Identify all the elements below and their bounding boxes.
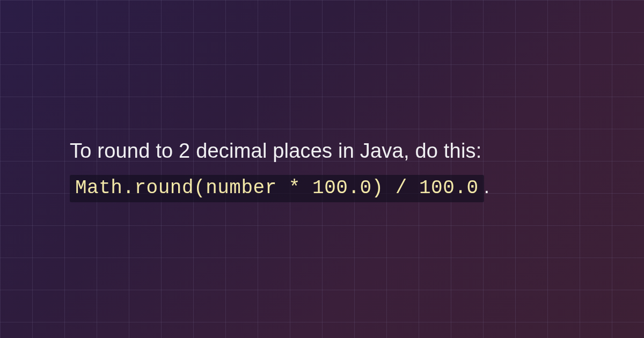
code-snippet: Math.round(number * 100.0) / 100.0: [70, 175, 484, 202]
trailing-period: .: [484, 175, 490, 197]
intro-text: To round to 2 decimal places in Java, do…: [70, 139, 482, 162]
explanation-text: To round to 2 decimal places in Java, do…: [70, 133, 574, 205]
content-container: To round to 2 decimal places in Java, do…: [0, 0, 644, 338]
